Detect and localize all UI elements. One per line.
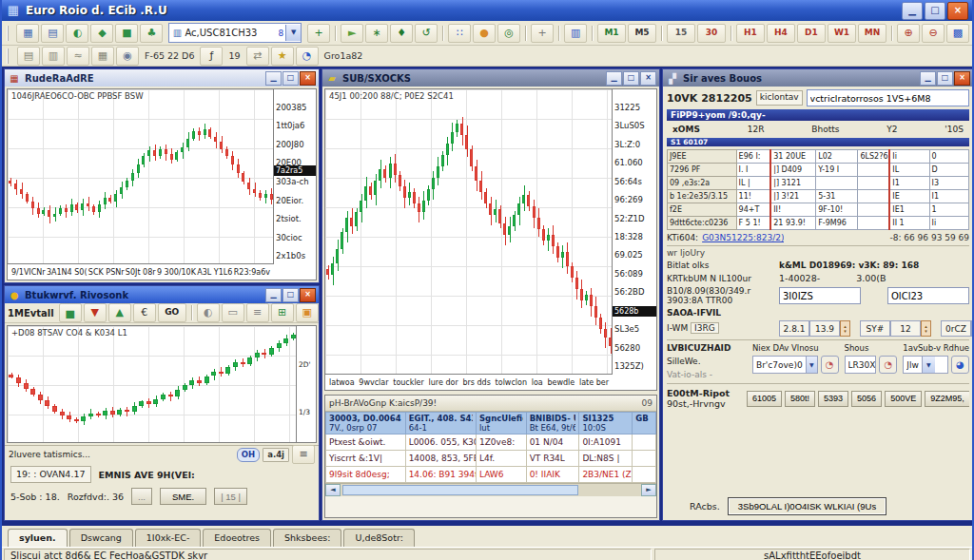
new-order-icon[interactable]: + <box>307 24 330 43</box>
chart1-plot[interactable] <box>8 89 274 264</box>
terminal-icon[interactable]: ♣ <box>140 24 163 43</box>
scroll-left-button[interactable]: ◄ <box>325 484 341 496</box>
aux-button[interactable]: | 15 | <box>214 488 247 505</box>
subaccount-info-icon[interactable]: ◕ <box>951 356 969 374</box>
printer-icon[interactable]: ≡ <box>292 445 315 464</box>
maximize-button[interactable]: □ <box>925 2 945 20</box>
bars-mode-icon[interactable]: ▤ <box>17 47 40 66</box>
positions-column-header[interactable]: SgncUlefidikrlut <box>476 413 526 434</box>
market-watch-icon[interactable]: ◐ <box>66 24 88 43</box>
positions-column-header[interactable]: EGIT., 408. S436364-1 <box>405 413 476 434</box>
tile-windows-icon[interactable]: ∷ <box>448 24 471 43</box>
chart1-restore-button[interactable]: □ <box>282 71 299 86</box>
chart2-minimize-button[interactable]: ▁ <box>265 288 282 302</box>
target-icon[interactable]: ◎ <box>497 24 520 43</box>
shift-chart-icon[interactable]: ⇄ <box>246 47 269 66</box>
amount-input-1[interactable] <box>779 287 861 304</box>
main-chart-plot[interactable] <box>325 89 613 375</box>
spin-value-2[interactable]: 0s3: <box>971 320 972 337</box>
app-icon[interactable]: ▦ <box>6 3 21 18</box>
toolbar-grip[interactable] <box>7 26 10 41</box>
buy-icon[interactable]: ▲ <box>108 303 131 322</box>
orders-grid-row[interactable]: 7296 PFI. I|] D409Y-19 IILD <box>668 164 969 177</box>
expert-play-icon[interactable]: ► <box>341 24 363 43</box>
tf-m30-button[interactable]: 30 <box>697 24 726 43</box>
chart1-minimize-button[interactable]: ▁ <box>265 71 282 86</box>
positions-hscrollbar[interactable]: ◄ ► <box>325 483 656 496</box>
chart2-restore-button[interactable]: □ <box>282 288 299 302</box>
spinner-arrows-icon[interactable]: ▴▾ <box>840 320 850 337</box>
ruler-icon[interactable]: ▭ <box>222 303 244 322</box>
shares-settings-icon[interactable]: ◔ <box>879 356 897 374</box>
chart2-close-button[interactable]: × <box>300 288 316 302</box>
form-id-field[interactable]: 19: : OVAN4.17 <box>10 466 91 483</box>
orders-grid-row[interactable]: J9EEE96 I:31 20UEL026LS2?6;Ii0 <box>668 150 969 164</box>
report-button-1[interactable]: 61005 <box>747 391 782 407</box>
report-button-2[interactable]: 580t! <box>785 391 815 407</box>
zoom-out-button[interactable]: ⊖ <box>922 24 945 43</box>
magnifier-icon[interactable]: ◉ <box>116 47 139 66</box>
positions-row[interactable]: 9l9sit 8d0esg;14.06: B91 394f.LAW60! IIA… <box>326 467 656 483</box>
main-chart-close-button[interactable]: × <box>640 71 656 86</box>
close-button[interactable]: × <box>947 2 968 20</box>
market-settings-icon[interactable]: ◔ <box>821 356 839 374</box>
positions-column-header[interactable]: SI132510:0S <box>579 413 633 434</box>
new-chart-icon[interactable]: ▦ <box>16 24 39 43</box>
instrument-input[interactable] <box>807 89 969 106</box>
chart-list-icon[interactable]: ▤ <box>41 24 64 43</box>
positions-column-header[interactable]: GB <box>633 413 656 434</box>
layers-icon[interactable]: ≡ <box>246 303 269 322</box>
tf-w1-button[interactable]: W1 <box>828 24 856 43</box>
workspace-tab-5[interactable]: Shksbees: <box>273 529 341 547</box>
spin-value-2[interactable]: 13.9 <box>809 320 840 337</box>
favorites-icon[interactable]: ★ <box>271 47 294 66</box>
positions-row[interactable]: Yiscrrt &:1V|14008, 853, 5FB4!:L4f.VT R3… <box>326 451 656 467</box>
browse-button[interactable]: ... <box>131 488 152 505</box>
clock-icon[interactable]: ◔ <box>296 47 319 66</box>
tf-m15-button[interactable]: 15 <box>667 24 695 43</box>
combo-dropdown-arrow[interactable]: ▼ <box>285 25 301 41</box>
trade-panel-minimize-button[interactable]: ▁ <box>920 71 936 86</box>
shares-field[interactable]: LR30X <box>845 356 877 374</box>
tf-custom-button[interactable]: ▩ <box>946 24 969 43</box>
report-button-4[interactable]: 5056 <box>851 391 882 407</box>
trade-panel-close-button[interactable]: × <box>954 71 970 86</box>
line-mode-icon[interactable]: ≈ <box>67 47 89 66</box>
submit-order-button[interactable]: 3Sb9OLAL I)0O4ISK WLKIAI (9Us <box>728 497 886 515</box>
spin-value-2[interactable]: 12 <box>890 320 921 337</box>
data-window-icon[interactable]: ◆ <box>90 24 113 43</box>
chart2-oh-badge[interactable]: OH <box>237 448 260 462</box>
positions-row[interactable]: Ptxest &oiwt.L0006. 055, K304.1Z0ve8:01 … <box>326 434 656 451</box>
orders-grid-row[interactable]: b 1e:2e35/3.1511!|] 3!215-31IEI1 <box>668 190 969 203</box>
orders-grid-row[interactable]: 09 ,e3s:2aIL ||] 3121I1I3 <box>668 177 969 190</box>
workspace-tab-2[interactable]: Dswcang <box>69 529 133 547</box>
positions-column-header[interactable]: BNIBIDS- US 326Bt E64, 9t/6es <box>526 413 579 434</box>
tf-d1-button[interactable]: D1 <box>797 24 826 43</box>
report-button-6[interactable]: 9Z2M95, <box>925 391 969 407</box>
workspace-tab-6[interactable]: U,de8Sotr: <box>343 529 414 547</box>
scroll-right-button[interactable]: ► <box>641 484 656 496</box>
tf-mn-button[interactable]: MN <box>858 24 886 43</box>
grid-toggle-icon[interactable]: ▦ <box>91 47 114 66</box>
tf-m5-button[interactable]: M5 <box>628 24 656 43</box>
scroll-track[interactable] <box>341 484 641 496</box>
tf-h1-button[interactable]: H1 <box>736 24 765 43</box>
bar-up-icon[interactable]: ▅ <box>59 303 82 322</box>
navigator-icon[interactable]: ■ <box>115 24 138 43</box>
amount-input-2[interactable] <box>887 287 969 304</box>
columns-icon[interactable]: ▥ <box>564 24 587 43</box>
add-box-icon[interactable]: ⊞ <box>271 303 294 322</box>
orders-grid-row[interactable]: f2E94+TII!9F-10!IE11 <box>668 203 969 217</box>
candles-mode-icon[interactable]: ▥ <box>42 47 65 66</box>
spin-value-1[interactable]: 0rCZ <box>941 320 971 337</box>
workspace-tab-1[interactable]: syluen. <box>8 529 68 547</box>
snapshot-icon[interactable]: ▣ <box>296 303 319 322</box>
trade-panel-restore-button[interactable]: □ <box>937 71 953 86</box>
sell-icon[interactable]: ▼ <box>84 303 107 322</box>
indicators-icon[interactable]: ∗ <box>365 24 388 43</box>
main-chart-restore-button[interactable]: □ <box>623 71 639 86</box>
order-link[interactable]: G03N51225:823/2) <box>702 233 784 242</box>
report-button-3[interactable]: 5393 <box>818 391 848 407</box>
go-button[interactable]: GO <box>158 303 186 322</box>
spin-value-1[interactable]: SY# <box>860 320 890 337</box>
